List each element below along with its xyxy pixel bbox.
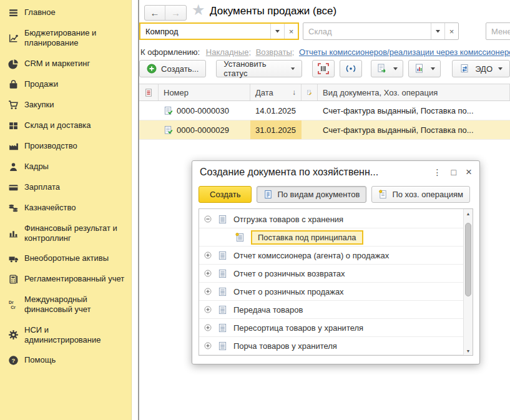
tree-expander-plus-icon[interactable] <box>204 342 212 349</box>
sidebar-item-sales[interactable]: Продажи <box>0 74 131 95</box>
posted-column-header[interactable] <box>139 84 159 100</box>
sidebar-item-crm[interactable]: CRM и маркетинг <box>0 54 131 74</box>
scroll-up-icon[interactable]: ▲ <box>464 209 473 218</box>
tree-expander-plus-icon[interactable] <box>204 324 212 331</box>
document-lines-icon <box>218 305 228 315</box>
edo-exchange-icon <box>459 63 471 74</box>
factory-icon <box>8 141 24 152</box>
tree-row[interactable]: Пересортица товаров у хранителя <box>199 319 463 337</box>
sidebar-nav: Главное Бюджетирование и планирование CR… <box>0 0 132 420</box>
row-date-cell: 14.01.2025 <box>250 101 302 120</box>
sidebar-item-label: Продажи <box>24 79 58 89</box>
scroll-down-icon[interactable]: ▼ <box>464 346 473 355</box>
sidebar-item-help[interactable]: ? Помощь <box>0 350 131 371</box>
sidebar-item-nsi[interactable]: НСИ и администрирование <box>0 320 131 351</box>
warehouse-clear-button[interactable]: × <box>444 23 458 39</box>
sidebar-item-production[interactable]: Производство <box>0 136 131 157</box>
sidebar-item-purchases[interactable]: Закупки <box>0 95 131 115</box>
date-column-header[interactable]: Дата ↓ <box>250 84 302 100</box>
tree-scrollbar[interactable]: ▲ ▼ <box>463 209 473 355</box>
sidebar-item-main[interactable]: Главное <box>0 2 131 23</box>
sidebar-item-budgeting[interactable]: Бюджетирование и планирование <box>0 23 131 54</box>
row-status-cell <box>139 120 159 139</box>
back-button[interactable]: ← <box>145 6 165 20</box>
warehouse-dropdown-button[interactable] <box>431 23 444 39</box>
dialog-buttons: Создать По видам документов По хоз. опер… <box>199 186 473 203</box>
tree-expander-plus-icon[interactable] <box>204 288 212 295</box>
create-button[interactable]: Создать... <box>139 60 206 77</box>
link-invoices[interactable]: Накладные <box>206 47 249 57</box>
favorite-star-icon[interactable]: ★ <box>192 1 205 19</box>
chevron-down-icon <box>498 67 503 71</box>
sidebar-item-label: Помощь <box>24 355 56 365</box>
tree-item-label: Отчет комиссионера (агента) о продажах <box>233 251 389 260</box>
tree-row[interactable]: Отчет комиссионера (агента) о продажах <box>199 247 463 265</box>
sidebar-item-payroll[interactable]: Зарплата <box>0 177 131 198</box>
rfid-signal-icon <box>345 63 356 74</box>
link-returns[interactable]: Возвраты <box>256 47 292 57</box>
tree-row[interactable]: Передача товаров <box>199 301 463 319</box>
set-status-button[interactable]: Установить статус <box>216 60 302 77</box>
tree-item-label: Отгрузка товаров с хранения <box>233 215 343 224</box>
tree-expander-plus-icon[interactable] <box>204 270 212 277</box>
counterparty-dropdown-button[interactable] <box>270 24 284 39</box>
barcode-scan-button[interactable] <box>312 60 335 77</box>
counterparty-filter-input[interactable]: Компрод × <box>139 22 299 40</box>
to-issue-label: К оформлению: <box>140 47 200 57</box>
sidebar-item-warehouse[interactable]: Склад и доставка <box>0 115 131 136</box>
manager-filter-input[interactable]: Менеджер <box>486 22 510 40</box>
dialog-menu-icon[interactable]: ⋮ <box>433 167 442 177</box>
tree-row[interactable]: Отчет о розничных продажах <box>199 283 463 301</box>
table-row[interactable]: 0000-0000030 14.01.2025 Счет-фактура выд… <box>139 101 510 120</box>
chevron-down-icon <box>431 67 435 71</box>
dialog-close-icon[interactable]: × <box>466 166 472 178</box>
sidebar-item-label: CRM и маркетинг <box>24 59 90 69</box>
main-content: ← → ★ Документы продажи (все) Компрод × … <box>139 0 510 420</box>
sidebar-item-regulated[interactable]: Регламентированный учет <box>0 269 131 290</box>
dialog-maximize-icon[interactable]: □ <box>451 167 456 177</box>
chevron-down-icon <box>275 30 280 33</box>
row-doctype-cell: Счет-фактура выданный, Поставка по... <box>318 120 510 139</box>
documents-table: Номер Дата ↓ Вид документа, Хоз. операци… <box>139 84 510 140</box>
sidebar-item-label: Регламентированный учет <box>24 274 124 284</box>
table-row[interactable]: 0000-0000029 31.01.2025 Счет-фактура выд… <box>139 120 510 140</box>
pie-chart-icon <box>8 59 24 69</box>
tree-row[interactable]: Порча товаров у хранителя <box>199 337 463 355</box>
sidebar-item-label: Кадры <box>24 162 49 172</box>
sidebar-item-treasury[interactable]: Казначейство <box>0 198 131 218</box>
document-lines-icon <box>218 251 228 260</box>
page-title: Документы продажи (все) <box>210 5 336 17</box>
warehouse-filter-input[interactable]: Склад × <box>303 22 459 40</box>
sidebar-item-intl[interactable]: DrCr Международный финансовый учет <box>0 290 131 320</box>
rfid-button[interactable] <box>340 60 362 77</box>
counterparty-clear-button[interactable]: × <box>284 24 298 39</box>
by-operations-button[interactable]: По хоз. операциям <box>371 186 469 203</box>
svg-text:Cr: Cr <box>11 305 16 310</box>
tree-row[interactable]: Поставка под принципала <box>199 228 463 247</box>
edit-column-header[interactable] <box>302 84 318 100</box>
document-lines-icon <box>218 287 228 296</box>
tree-row[interactable]: Отчет о розничных возвратах <box>199 265 463 283</box>
row-date-cell: 31.01.2025 <box>250 120 302 139</box>
sidebar-item-assets[interactable]: Внеоборотные активы <box>0 248 131 269</box>
sidebar-item-finresult[interactable]: Финансовый результат и контроллинг <box>0 218 131 249</box>
menu-icon <box>8 7 24 18</box>
tree-expander-plus-icon[interactable] <box>204 252 212 259</box>
tree-row[interactable]: Отгрузка товаров с хранения <box>199 210 463 228</box>
document-posted-icon <box>164 106 173 115</box>
sidebar-item-hr[interactable]: Кадры <box>0 157 131 177</box>
document-posted-icon <box>164 125 173 135</box>
dialog-create-button[interactable]: Создать <box>199 186 252 203</box>
scroll-thumb[interactable] <box>465 223 471 296</box>
by-doc-types-button[interactable]: По видам документов <box>257 186 366 203</box>
tree-expander-plus-icon[interactable] <box>204 306 212 313</box>
doctype-column-header[interactable]: Вид документа, Хоз. операция <box>318 84 510 100</box>
reports-button[interactable] <box>408 60 441 77</box>
edo-button[interactable]: ЭДО <box>452 60 510 77</box>
link-commission-reports[interactable]: Отчеты комиссионеров/реализации через ко… <box>299 47 510 57</box>
tree-expander-minus-icon[interactable] <box>204 215 212 223</box>
create-based-on-button[interactable] <box>371 60 403 77</box>
number-column-header[interactable]: Номер <box>159 84 250 100</box>
forward-button[interactable]: → <box>165 6 186 20</box>
dialog-titlebar[interactable]: Создание документа по хозяйственн... ⋮ □… <box>192 161 479 183</box>
